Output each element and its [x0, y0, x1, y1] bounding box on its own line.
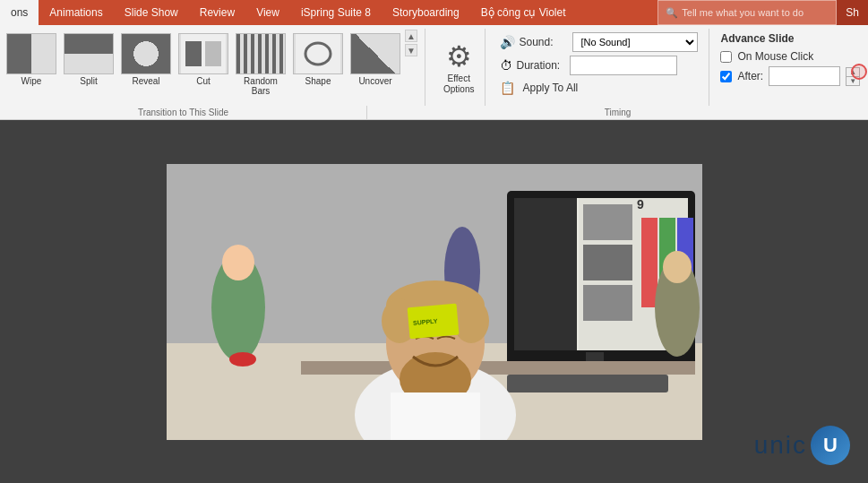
effect-options-group: ⚙ EffectOptions [433, 29, 486, 106]
user-button[interactable]: Sh [837, 0, 868, 25]
effect-options-button[interactable]: ⚙ EffectOptions [440, 36, 477, 99]
transition-group: Wipe Split Reveal Cut [4, 29, 425, 106]
duration-row: ⏱ Duration: [500, 56, 698, 75]
effect-options-icon: ⚙ [446, 39, 472, 73]
on-mouse-click-row: On Mouse Click [720, 50, 860, 63]
scroll-down-button[interactable]: ▼ [405, 44, 417, 56]
svg-rect-18 [583, 204, 632, 240]
tab-violet[interactable]: Bộ công cụ Violet [470, 0, 577, 25]
transition-wipe[interactable]: Wipe [4, 29, 59, 99]
svg-rect-3 [296, 34, 340, 73]
tab-review[interactable]: Review [189, 0, 245, 25]
transition-uncover[interactable]: Uncover [348, 29, 403, 99]
svg-rect-34 [391, 392, 480, 440]
after-checkbox[interactable] [720, 71, 732, 82]
logo-circle-letter: U [823, 434, 838, 457]
transition-random-bars[interactable]: Random Bars [233, 29, 288, 99]
sound-select[interactable]: [No Sound] Applause Arrow Bomb [572, 32, 698, 52]
reveal-icon [121, 33, 171, 74]
svg-point-36 [663, 251, 692, 283]
search-input[interactable] [682, 7, 825, 18]
ribbon: Wipe Split Reveal Cut [0, 25, 868, 106]
uncover-icon [350, 33, 400, 74]
wipe-icon [6, 33, 56, 74]
apply-to-all-icon: 📋 [500, 81, 515, 95]
svg-rect-13 [514, 198, 577, 350]
section-labels: Transition to This Slide Timing [0, 106, 868, 120]
transition-shape[interactable]: Shape [290, 29, 346, 99]
tab-bar: ons Animations Slide Show Review View iS… [0, 0, 868, 25]
svg-rect-24 [301, 361, 695, 375]
shape-icon [293, 33, 343, 74]
tab-slideshow[interactable]: Slide Show [114, 0, 189, 25]
slide-area: 9 [0, 120, 868, 483]
effect-options-label: EffectOptions [443, 73, 474, 95]
after-label: After: [737, 70, 763, 82]
svg-rect-2 [205, 41, 221, 66]
on-mouse-click-label: On Mouse Click [737, 50, 813, 63]
svg-point-9 [222, 245, 254, 280]
timing-panel: 🔊 Sound: [No Sound] Applause Arrow Bomb … [493, 29, 705, 106]
search-bar[interactable]: 🔍 [657, 0, 837, 25]
random-bars-icon [236, 33, 286, 74]
after-input[interactable]: 00:04,00 [769, 66, 840, 86]
cursor-indicator [851, 64, 867, 80]
sound-row: 🔊 Sound: [No Sound] Applause Arrow Bomb [500, 32, 698, 52]
svg-point-37 [229, 352, 256, 367]
svg-rect-20 [583, 285, 632, 321]
logo-circle: U [811, 426, 850, 465]
on-mouse-click-checkbox[interactable] [720, 51, 732, 63]
tab-storyboarding[interactable]: Storyboarding [382, 0, 470, 25]
svg-rect-25 [507, 375, 668, 392]
split-icon [64, 33, 114, 74]
logo-text: unic [754, 431, 807, 460]
slide-image: 9 [167, 164, 702, 440]
after-row: After: 00:04,00 ▲ ▼ [720, 66, 860, 86]
svg-rect-15 [641, 218, 657, 307]
after-spinner: ▲ ▼ [846, 67, 860, 86]
transitions-list: Wipe Split Reveal Cut [4, 29, 403, 99]
svg-rect-1 [185, 41, 202, 66]
transition-cut[interactable]: Cut [176, 29, 231, 99]
apply-to-all-row: 📋 Apply To All [500, 81, 698, 95]
slide-container: 9 [167, 164, 702, 440]
transition-section-label: Transition to This Slide [0, 106, 367, 119]
cut-icon [178, 33, 228, 74]
timing-section-label: Timing [367, 106, 868, 119]
duration-icon: ⏱ [500, 58, 512, 73]
search-icon: 🔍 [666, 7, 678, 19]
svg-rect-19 [583, 245, 632, 280]
scroll-up-button[interactable]: ▲ [405, 30, 417, 42]
tab-ispring[interactable]: iSpring Suite 8 [290, 0, 382, 25]
duration-input[interactable] [570, 56, 677, 75]
logo-area: unic U [754, 426, 850, 465]
tab-animations[interactable]: Animations [39, 0, 113, 25]
tab-transitions[interactable]: ons [0, 0, 39, 25]
sound-icon: 🔊 [500, 35, 515, 49]
tab-view[interactable]: View [245, 0, 290, 25]
transition-reveal[interactable]: Reveal [118, 29, 174, 99]
svg-text:9: 9 [637, 197, 644, 211]
advance-slide-panel: Advance Slide On Mouse Click After: 00:0… [709, 29, 868, 106]
advance-slide-title: Advance Slide [720, 32, 860, 45]
transition-split[interactable]: Split [61, 29, 116, 99]
svg-point-30 [453, 298, 489, 343]
